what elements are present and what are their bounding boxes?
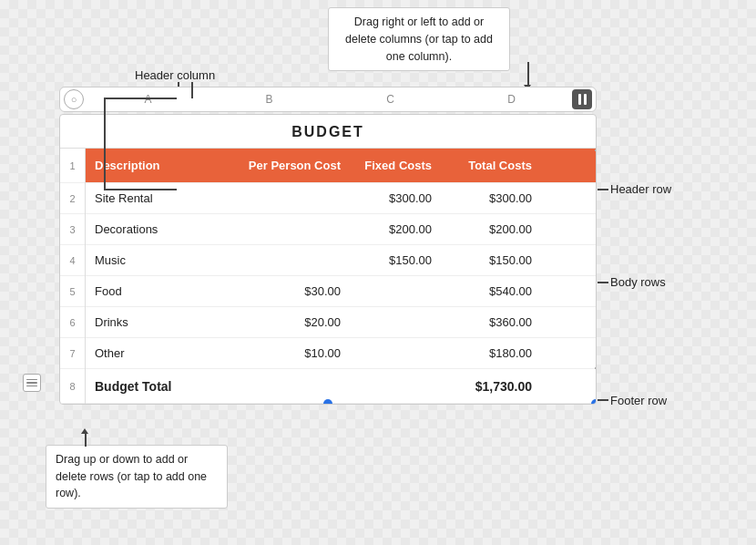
row4-desc: Music: [86, 253, 231, 267]
row2-desc: Site Rental: [86, 191, 231, 205]
footer-row-label: Footer row: [610, 392, 667, 410]
row4-total: $150.00: [441, 253, 541, 267]
table-row: Drinks $20.00 $360.00: [86, 307, 596, 338]
bottom-right-dot[interactable]: [591, 399, 597, 405]
handle-line: [26, 382, 37, 384]
table-row: Other $10.00 $180.00: [86, 338, 596, 369]
footer-desc: Budget Total: [86, 379, 231, 394]
row-num-8: 8: [60, 369, 85, 404]
row5-total: $540.00: [441, 284, 541, 298]
col-d: D: [451, 91, 572, 108]
table-row: Decorations $200.00 $200.00: [86, 214, 596, 245]
bottom-center-dot[interactable]: [323, 399, 332, 405]
handle-line: [26, 379, 37, 381]
spreadsheet-title: BUDGET: [60, 115, 596, 149]
row3-fixed: $200.00: [350, 222, 441, 236]
row6-per-person: $20.00: [231, 315, 350, 329]
row-handle-icon[interactable]: [23, 374, 41, 392]
header-col-bracket-left: [104, 98, 106, 189]
header-row-label: Header row: [610, 180, 671, 199]
row3-total: $200.00: [441, 222, 541, 236]
handle-line: [26, 386, 37, 387]
row-num-2: 2: [60, 183, 85, 214]
table-row: Food $30.00 $540.00: [86, 276, 596, 307]
header-col-bracket-bottom: [104, 189, 177, 190]
pause-bar-right: [584, 94, 587, 105]
col-header-bar: ○ A B C D: [59, 87, 597, 112]
row7-desc: Other: [86, 346, 231, 360]
row-num-6: 6: [60, 307, 85, 338]
pause-bar-left: [578, 94, 581, 105]
header-fixed-costs: Fixed Costs: [350, 159, 441, 172]
drag-rows-annotation: Drag up or down to add or delete rows (o…: [46, 445, 228, 509]
spreadsheet: BUDGET 1 2 3 4 5 6 7 8 Description: [59, 114, 597, 405]
row-num-1: 1: [60, 149, 85, 183]
row2-fixed: $300.00: [350, 191, 441, 205]
header-data-row: Description Per Person Cost Fixed Costs …: [86, 149, 596, 183]
row-num-4: 4: [60, 245, 85, 276]
drag-rows-line: [85, 432, 87, 447]
row-num-3: 3: [60, 214, 85, 245]
header-per-person: Per Person Cost: [231, 159, 350, 172]
drag-columns-line: [527, 62, 529, 86]
drag-rows-arrow: [81, 428, 88, 434]
footer-row-line: [598, 399, 608, 401]
footer-data-row: Budget Total $1,730.00: [86, 369, 596, 404]
row-num-5: 5: [60, 276, 85, 307]
drag-rows-text: Drag up or down to add or delete rows (o…: [56, 453, 207, 500]
body-rows-label: Body rows: [610, 273, 666, 292]
row3-desc: Decorations: [86, 222, 231, 236]
row4-fixed: $150.00: [350, 253, 441, 267]
col-headers: A B C D: [87, 91, 572, 108]
row6-desc: Drinks: [86, 315, 231, 329]
header-col-line2: [191, 82, 193, 98]
row6-total: $360.00: [441, 315, 541, 329]
body-rows-line: [598, 282, 608, 283]
row5-per-person: $30.00: [231, 284, 350, 298]
col-b: B: [209, 91, 330, 108]
row-handle-circle[interactable]: ○: [64, 89, 84, 109]
data-table: Description Per Person Cost Fixed Costs …: [86, 149, 596, 404]
header-col-bracket-top: [104, 98, 177, 99]
row7-per-person: $10.00: [231, 346, 350, 360]
spreadsheet-wrapper: ○ A B C D BUDGET 1 2 3 4 5 6 7: [59, 87, 597, 405]
footer-total: $1,730.00: [441, 379, 541, 394]
table-row: Music $150.00 $150.00: [86, 245, 596, 276]
row-num-7: 7: [60, 338, 85, 369]
header-description: Description: [86, 159, 231, 172]
drag-columns-text: Drag right or left to add or delete colu…: [345, 15, 493, 63]
table-wrap: 1 2 3 4 5 6 7 8 Description Per Person C…: [60, 149, 596, 404]
header-total-costs: Total Costs: [441, 159, 541, 172]
row-numbers: 1 2 3 4 5 6 7 8: [60, 149, 86, 404]
col-c: C: [330, 91, 451, 108]
row5-desc: Food: [86, 284, 231, 298]
row2-total: $300.00: [441, 191, 541, 205]
pause-button[interactable]: [572, 89, 592, 109]
drag-columns-annotation: Drag right or left to add or delete colu…: [328, 7, 510, 71]
body-rows-dot[interactable]: [596, 255, 597, 264]
header-row-line: [598, 189, 608, 190]
row7-total: $180.00: [441, 346, 541, 360]
header-column-label: Header column: [135, 68, 215, 82]
